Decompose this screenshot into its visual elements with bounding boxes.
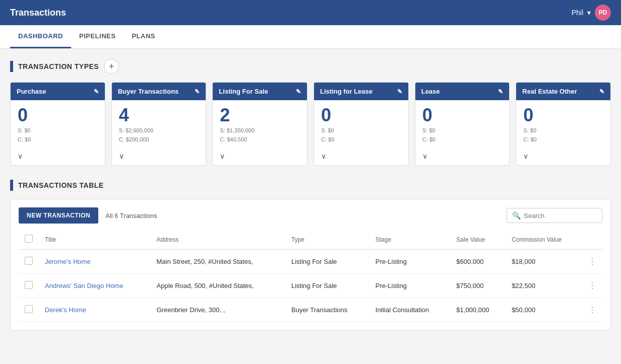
card-real-estate-header: Real Estate Other ✎ [516, 83, 610, 100]
row-2-type: Buyer Transactions [285, 298, 369, 322]
tab-pipelines[interactable]: PIPELINES [71, 25, 123, 48]
th-title: Title [39, 230, 151, 250]
card-listing-sale-stats: S: $1,350,000 C: $40,500 [220, 126, 300, 144]
card-real-estate-count: 0 [523, 106, 603, 124]
card-real-estate-other: Real Estate Other ✎ 0 S: $0 C: $0 ∨ [516, 82, 611, 166]
card-real-estate-commission: C: $0 [523, 135, 603, 144]
card-listing-sale-chevron-icon[interactable]: ∨ [213, 150, 307, 165]
card-buyer-title: Buyer Transactions [118, 88, 179, 95]
tab-dashboard[interactable]: DASHBOARD [10, 25, 71, 48]
table-row: Derek's Home Greenbrier Drive, 300, , Bu… [19, 298, 602, 322]
row-1-type: Listing For Sale [285, 274, 369, 298]
search-icon: 🔍 [512, 211, 521, 220]
card-lease-chevron-icon[interactable]: ∨ [415, 150, 510, 165]
row-2-sale-value: $1,000,000 [450, 298, 506, 322]
table-header-row: Title Address Type Stage Sale Value Comm… [19, 230, 602, 250]
card-purchase-chevron-icon[interactable]: ∨ [11, 150, 105, 165]
card-lease: Lease ✎ 0 S: $0 C: $0 ∨ [415, 82, 510, 166]
card-lease-sale: S: $0 [422, 126, 503, 135]
row-1-sale-value: $750,000 [450, 274, 506, 298]
card-real-estate-sale: S: $0 [523, 126, 603, 135]
card-purchase-header: Purchase ✎ [11, 83, 105, 100]
user-menu[interactable]: Phil ▾ PD [572, 5, 611, 21]
table-row: Jerome's Home Main Street, 250, #United … [19, 250, 602, 274]
row-0-checkbox-cell [19, 250, 39, 274]
card-listing-lease-chevron-icon[interactable]: ∨ [314, 150, 408, 165]
row-1-title: Andrews' San Diego Home [39, 274, 151, 298]
card-buyer-edit-icon[interactable]: ✎ [195, 88, 200, 95]
search-input[interactable] [524, 212, 597, 220]
row-1-more-menu[interactable]: ⋮ [582, 274, 602, 298]
card-purchase-edit-icon[interactable]: ✎ [94, 88, 99, 95]
row-1-checkbox-cell [19, 274, 39, 298]
row-2-more-menu[interactable]: ⋮ [582, 298, 602, 322]
row-2-address: Greenbrier Drive, 300, , [151, 298, 285, 322]
card-listing-lease-header: Listing for Lease ✎ [314, 83, 408, 100]
th-actions [582, 230, 602, 250]
row-0-commission: $18,000 [506, 250, 582, 274]
table-toolbar: NEW TRANSACTION All 6 Transactions 🔍 [19, 207, 602, 224]
toolbar-left: NEW TRANSACTION All 6 Transactions [19, 207, 157, 224]
select-all-checkbox[interactable] [25, 235, 33, 243]
card-listing-lease-body: 0 S: $0 C: $0 [314, 100, 408, 150]
card-listing-sale-body: 2 S: $1,350,000 C: $40,500 [213, 100, 307, 150]
card-listing-lease-sale: S: $0 [321, 126, 401, 135]
user-chevron-icon: ▾ [587, 9, 591, 17]
row-0-more-menu[interactable]: ⋮ [582, 250, 602, 274]
card-buyer-commission: C: $200,000 [119, 135, 199, 144]
th-sale-value: Sale Value [450, 230, 506, 250]
card-purchase-commission: C: $0 [18, 135, 98, 144]
app-header: Transactions Phil ▾ PD [0, 0, 621, 25]
row-1-stage: Pre-Listing [369, 274, 451, 298]
table-row: Andrews' San Diego Home Apple Road, 500,… [19, 274, 602, 298]
card-listing-lease-count: 0 [321, 106, 401, 124]
row-2-checkbox[interactable] [25, 305, 33, 313]
card-real-estate-chevron-icon[interactable]: ∨ [516, 150, 610, 165]
row-1-commission: $22,500 [506, 274, 582, 298]
card-real-estate-title: Real Estate Other [522, 88, 577, 95]
card-buyer-body: 4 S: $2,600,000 C: $200,000 [112, 100, 206, 150]
th-commission-value: Commission Value [506, 230, 582, 250]
table-section-bar-icon [10, 180, 13, 191]
transaction-types-title: TRANSACTION TYPES [18, 62, 99, 70]
row-2-stage: Initial Consultation [369, 298, 451, 322]
add-transaction-type-button[interactable]: + [104, 59, 119, 74]
card-purchase-body: 0 S: $0 C: $0 [11, 100, 105, 150]
card-buyer-count: 4 [119, 106, 199, 124]
card-buyer-header: Buyer Transactions ✎ [112, 83, 206, 100]
row-1-title-link[interactable]: Andrews' San Diego Home [45, 282, 123, 289]
card-lease-body: 0 S: $0 C: $0 [415, 100, 510, 150]
card-buyer-chevron-icon[interactable]: ∨ [112, 150, 206, 165]
transactions-table-header: TRANSACTIONS TABLE [10, 180, 611, 191]
tab-plans[interactable]: PLANS [123, 25, 163, 48]
avatar: PD [595, 5, 611, 21]
card-lease-commission: C: $0 [422, 135, 503, 144]
row-0-checkbox[interactable] [25, 257, 33, 265]
card-buyer-transactions: Buyer Transactions ✎ 4 S: $2,600,000 C: … [111, 82, 207, 166]
transactions-table-section: NEW TRANSACTION All 6 Transactions 🔍 Tit… [10, 199, 611, 331]
row-1-checkbox[interactable] [25, 281, 33, 289]
search-box[interactable]: 🔍 [507, 208, 602, 223]
new-transaction-button[interactable]: NEW TRANSACTION [19, 207, 98, 224]
card-listing-sale-commission: C: $40,500 [220, 135, 300, 144]
row-2-title-link[interactable]: Derek's Home [45, 306, 86, 314]
card-real-estate-stats: S: $0 C: $0 [523, 126, 603, 144]
card-purchase: Purchase ✎ 0 S: $0 C: $0 ∨ [10, 82, 105, 166]
main-content: TRANSACTION TYPES + Purchase ✎ 0 S: $0 C… [0, 49, 621, 341]
card-listing-lease-title: Listing for Lease [320, 88, 372, 95]
card-lease-title: Lease [421, 88, 440, 95]
card-lease-header: Lease ✎ [415, 83, 510, 100]
card-listing-sale-header: Listing For Sale ✎ [213, 83, 307, 100]
card-purchase-sale: S: $0 [18, 126, 98, 135]
username-label: Phil [572, 9, 583, 17]
card-listing-sale-count: 2 [220, 106, 300, 124]
card-listing-for-lease: Listing for Lease ✎ 0 S: $0 C: $0 ∨ [314, 82, 409, 166]
row-0-title-link[interactable]: Jerome's Home [45, 258, 91, 265]
transaction-type-cards: Purchase ✎ 0 S: $0 C: $0 ∨ Buyer Transac… [10, 82, 611, 166]
card-listing-sale-edit-icon[interactable]: ✎ [296, 88, 301, 95]
card-lease-edit-icon[interactable]: ✎ [498, 88, 503, 95]
card-listing-lease-edit-icon[interactable]: ✎ [397, 88, 402, 95]
card-purchase-count: 0 [18, 106, 98, 124]
card-real-estate-edit-icon[interactable]: ✎ [599, 88, 604, 95]
row-0-type: Listing For Sale [285, 250, 369, 274]
